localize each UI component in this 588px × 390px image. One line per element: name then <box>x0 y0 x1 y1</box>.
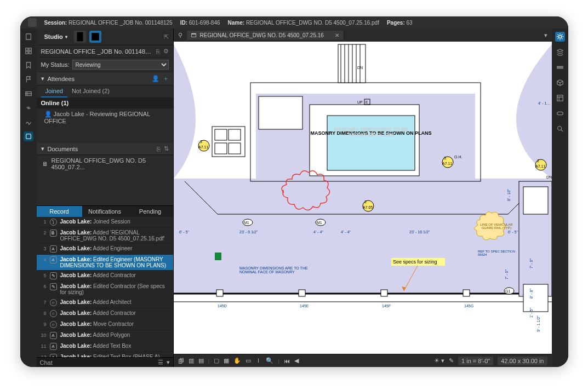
record-row[interactable]: 7 ○ Jacob Lake: Added Architect <box>37 297 173 308</box>
file-access-icon[interactable] <box>24 32 33 42</box>
tab-pending[interactable]: Pending <box>128 206 173 217</box>
record-row[interactable]: 11 A Jacob Lake: Added Text Box <box>37 341 173 352</box>
zoom-icon[interactable]: 🔍 <box>266 357 273 364</box>
chat-label[interactable]: Chat <box>40 359 53 366</box>
record-row[interactable]: 1 ⤵ Jacob Lake: Joined Session <box>37 217 173 228</box>
studio-icon[interactable] <box>24 131 33 141</box>
session-button[interactable] <box>74 31 86 43</box>
svg-text:2: 2 <box>537 159 539 163</box>
scale-readout[interactable]: 1 in = 8'-0" <box>458 357 493 365</box>
svg-rect-3 <box>25 51 27 54</box>
continuous-icon[interactable]: ▦ <box>224 357 229 364</box>
attendees-header[interactable]: ▾Attendees 👤 ＋ <box>37 72 173 85</box>
svg-rect-84 <box>557 112 563 114</box>
documents-header[interactable]: ▾Documents ⎘ ⇅ <box>37 143 173 155</box>
first-page-icon[interactable]: ⏮ <box>284 358 290 364</box>
studio-dropdown[interactable]: Studio ▾ <box>41 32 71 42</box>
svg-text:3: 3 <box>200 140 202 144</box>
split-vert-icon[interactable]: ▥ <box>189 357 194 364</box>
add-document-icon[interactable]: ⎘ <box>157 146 161 152</box>
tab-overflow-icon[interactable]: ▾ <box>540 32 552 39</box>
record-row[interactable]: 10 A Jacob Lake: Added Polygon <box>37 330 173 341</box>
svg-rect-21 <box>338 44 366 83</box>
links-panel-icon[interactable] <box>555 108 565 118</box>
guard-rail-callout: LINE OF VEHICULAR GUARD RAIL (TYP.) <box>479 223 513 230</box>
masonry-callout: MASONRY DIMENSIONS TO BE SHOWN ON PLANS <box>333 127 409 137</box>
record-row[interactable]: 3 A Jacob Lake: Added Engineer <box>37 244 173 255</box>
flag-icon[interactable] <box>24 74 33 84</box>
dock-icon[interactable]: ⇱ <box>164 33 169 41</box>
my-status-label: My Status: <box>41 61 70 68</box>
floor-plan-drawing: 3A7.11 3A7.11 2A7.11 2A7.05 O.H. DN UP D… <box>174 42 552 354</box>
project-button[interactable] <box>89 31 101 43</box>
single-page-icon[interactable]: ▢ <box>214 357 219 364</box>
svg-text:8' - 8": 8' - 8" <box>529 289 533 299</box>
svg-text:2: 2 <box>364 200 367 204</box>
properties-gear-icon[interactable] <box>555 32 565 42</box>
document-viewer[interactable]: 3A7.11 3A7.11 2A7.11 2A7.05 O.H. DN UP D… <box>174 42 552 354</box>
links-icon[interactable] <box>24 103 33 113</box>
record-row[interactable]: 8 ○ Jacob Lake: Added Contractor <box>37 308 173 319</box>
pan-icon[interactable]: ✋ <box>233 357 241 364</box>
tab-record[interactable]: Record <box>37 206 82 217</box>
signatures-icon[interactable] <box>24 117 33 127</box>
leave-session-icon[interactable]: ⎘ <box>156 48 160 55</box>
file-icon: 🗎 <box>42 160 48 167</box>
tab-joined[interactable]: Joined <box>41 85 67 97</box>
sets-icon[interactable] <box>24 89 33 99</box>
thumbnails-icon[interactable] <box>24 46 33 56</box>
tab-not-joined[interactable]: Not Joined (2) <box>67 85 114 97</box>
bookmarks-icon[interactable] <box>24 60 33 70</box>
svg-text:4' - 4": 4' - 4" <box>313 230 323 234</box>
layers-icon[interactable] <box>555 47 565 57</box>
svg-rect-6 <box>26 134 31 139</box>
pin-icon[interactable]: ⚲ <box>174 32 187 39</box>
online-header: Online (1) <box>37 97 173 108</box>
svg-rect-1 <box>25 48 27 50</box>
record-row[interactable]: 6 ✎ Jacob Lake: Edited Contractor (See s… <box>37 282 173 297</box>
close-tab-icon[interactable]: ✕ <box>335 32 339 38</box>
settings-icon[interactable]: ⚙ <box>163 48 169 55</box>
document-item[interactable]: 🗎 REGIONAL OFFICE_DWG NO. D5 4500_07.2..… <box>37 155 173 173</box>
svg-rect-83 <box>557 95 563 101</box>
record-list[interactable]: 1 ⤵ Jacob Lake: Joined Session2 🗎 Jacob … <box>37 217 173 357</box>
record-row[interactable]: 4 A Jacob Lake: Edited Engineer (MASONRY… <box>37 255 173 271</box>
studio-panel: Studio ▾ ⇱ REGIONAL OFFICE _JOB No. 0011… <box>37 28 174 367</box>
invite-attendee-icon[interactable]: ＋ <box>163 74 169 83</box>
svg-rect-2 <box>28 48 31 50</box>
prev-page-icon[interactable]: ◀ <box>294 357 299 364</box>
my-status-select[interactable]: Reviewing <box>72 60 168 70</box>
calibrate-icon[interactable]: ✎ <box>449 357 454 364</box>
title-bar: Session: REGIONAL OFFICE _JOB No. 001148… <box>20 16 568 28</box>
svg-text:6' - 5": 6' - 5" <box>508 230 518 234</box>
svg-text:A7.11: A7.11 <box>198 145 208 149</box>
forms-icon[interactable] <box>555 93 565 103</box>
search-icon[interactable] <box>555 124 565 134</box>
svg-rect-32 <box>381 290 387 296</box>
measurements-icon[interactable] <box>555 62 565 72</box>
svg-text:8' - 10": 8' - 10" <box>507 189 511 201</box>
follow-attendee-icon[interactable]: 👤 <box>152 75 159 82</box>
select-icon[interactable]: ▭ <box>246 357 251 364</box>
record-row[interactable]: 5 ✎ Jacob Lake: Added Contractor <box>37 271 173 282</box>
svg-text:4' - 1…: 4' - 1… <box>538 101 550 105</box>
record-row[interactable]: 2 🗎 Jacob Lake: Added 'REGIONAL OFFICE_D… <box>37 228 173 244</box>
text-select-icon[interactable]: Ｉ <box>255 357 261 365</box>
dimmer-icon[interactable]: ☀ ▾ <box>434 357 444 364</box>
page-nav-icon[interactable]: 🗐 <box>178 358 184 364</box>
svg-text:O.H.: O.H. <box>454 155 462 159</box>
attendee-row[interactable]: 👤 Jacob Lake - Reviewing REGIONAL OFFICE <box>37 108 173 127</box>
document-tab[interactable]: 🗔 REGIONAL OFFICE_DWG NO. D5 4500_07.25.… <box>187 31 344 40</box>
three-d-icon[interactable] <box>555 78 565 88</box>
tab-notifications[interactable]: Notifications <box>82 206 128 217</box>
note-markup-icon[interactable] <box>215 253 221 260</box>
markups-list-icon[interactable]: ☰ <box>158 359 163 366</box>
sort-documents-icon[interactable]: ⇅ <box>164 145 169 152</box>
filter-icon[interactable]: ▾ <box>167 359 170 366</box>
record-row[interactable]: 9 ○ Jacob Lake: Move Contractor <box>37 319 173 330</box>
split-horiz-icon[interactable]: ▤ <box>198 357 204 364</box>
svg-text:145F: 145F <box>382 304 391 308</box>
svg-text:4' - 4": 4' - 4" <box>341 230 351 234</box>
record-row[interactable]: 12 A Jacob Lake: Edited Text Box (PHASE … <box>37 352 173 357</box>
app-menu-icon[interactable] <box>28 18 37 27</box>
